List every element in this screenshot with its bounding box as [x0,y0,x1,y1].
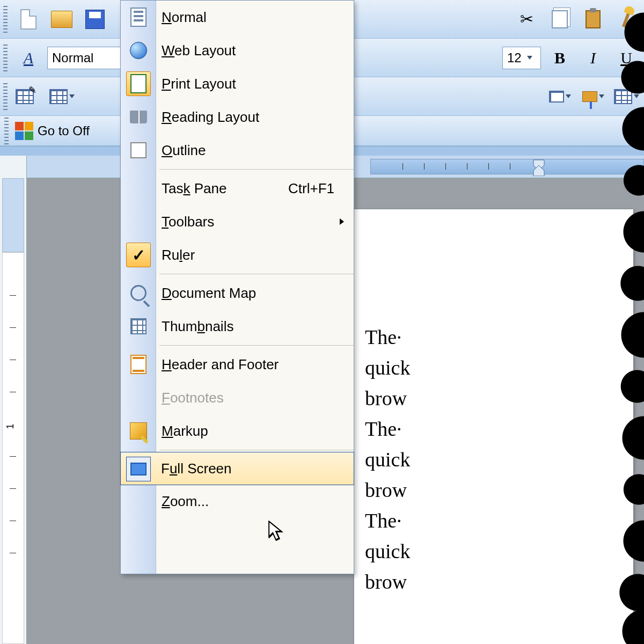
menu-item-web-layout[interactable]: Web Layout [121,34,354,67]
menu-item-print-layout[interactable]: Print Layout [121,67,354,100]
print-layout-icon [126,71,151,96]
view-menu: Normal Web Layout Print Layout Reading L… [120,0,354,574]
open-button[interactable] [47,5,76,34]
menu-separator [159,450,354,450]
svg-marker-2 [269,521,281,539]
office-link-label[interactable]: Go to Off [38,123,90,138]
font-size-value: 12 [507,50,522,65]
submenu-arrow-icon [340,218,344,225]
menu-label: Markup [162,423,208,440]
menu-label: Header and Footer [162,356,279,373]
menu-item-normal[interactable]: Normal [121,1,354,34]
menu-item-zoom[interactable]: Zoom... [121,485,354,518]
style-combo-value: Normal [52,50,93,65]
markup-icon [126,419,151,443]
cut-button[interactable]: ✂ [512,5,541,34]
menu-label: Toolbars [162,214,214,230]
menu-item-full-screen[interactable]: Full Screen [120,452,354,485]
document-map-icon [126,281,151,305]
copy-button[interactable] [545,5,574,34]
menu-item-toolbars[interactable]: Toolbars [121,205,354,238]
menu-item-thumbnails[interactable]: Thumbnails [121,310,354,343]
office-logo-icon [15,122,33,140]
menu-separator [159,169,354,170]
menu-item-document-map[interactable]: Document Map [121,276,354,310]
menu-label: Ruler [162,247,195,264]
bold-button[interactable]: B [545,43,574,72]
menu-shortcut: Ctrl+F1 [288,180,334,197]
menu-label: Task Pane [162,180,226,197]
thumbnails-icon [126,314,151,339]
full-screen-icon [126,457,151,481]
menu-item-reading-layout[interactable]: Reading Layout [121,100,354,134]
menu-item-header-footer[interactable]: Header and Footer [121,348,354,381]
toolbar-grip[interactable] [3,45,8,71]
menu-item-outline[interactable]: Outline [121,134,354,167]
menu-label: Document Map [162,285,256,302]
header-footer-icon [126,352,151,377]
indent-marker-icon[interactable] [531,158,546,176]
torn-edge-decoration [601,0,644,644]
menu-item-task-pane[interactable]: Task Pane Ctrl+F1 [121,172,354,205]
menu-item-ruler[interactable]: ✓ Ruler [121,238,354,272]
menu-label: Zoom... [162,493,209,510]
toolbar-grip[interactable] [3,83,8,110]
menu-label: Thumbnails [162,318,233,335]
normal-view-icon [126,5,151,30]
menu-label: Web Layout [162,42,236,59]
vertical-ruler[interactable]: 1 [0,156,27,644]
style-combo[interactable]: Normal [47,47,122,69]
mouse-cursor-icon [267,521,284,542]
menu-separator [159,345,354,346]
menu-label: Print Layout [162,76,236,92]
save-button[interactable] [80,5,109,34]
toolbar-grip[interactable] [3,6,8,33]
document-page[interactable]: The· quick brow The· quick brow The· qui… [354,209,633,644]
menu-label: Footnotes [162,390,224,406]
outline-icon [126,138,151,163]
menu-label: Outline [162,142,206,159]
insert-table-button[interactable] [47,82,76,111]
menu-label: Reading Layout [162,109,259,126]
new-doc-button[interactable] [14,5,43,34]
ruler-check-icon: ✓ [126,243,151,267]
menu-item-footnotes: Footnotes [121,381,354,414]
menu-label: Full Screen [161,460,232,477]
font-size-combo[interactable]: 12 [502,47,541,69]
web-layout-icon [126,38,151,63]
menu-separator [159,274,354,274]
document-text: The· quick brow The· quick brow The· qui… [365,322,633,597]
styles-button[interactable]: A [14,43,43,72]
ruler-number: 1 [5,423,16,429]
menu-label: Normal [162,9,207,26]
draw-table-button[interactable]: ✎ [14,82,43,111]
menu-item-markup[interactable]: Markup [121,414,354,448]
toolbar-grip[interactable] [4,118,9,144]
reading-layout-icon [126,105,151,129]
border-button[interactable] [545,82,574,111]
